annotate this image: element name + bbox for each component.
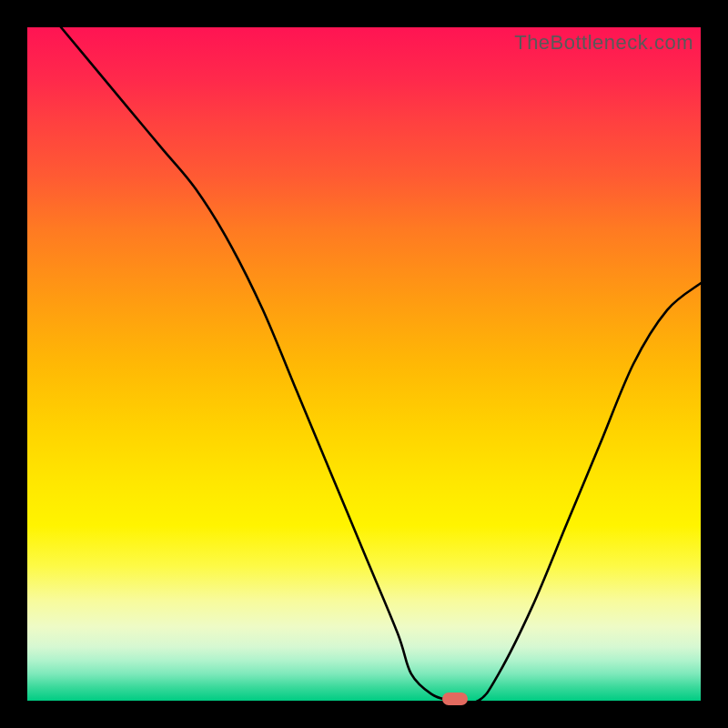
chart-frame: TheBottleneck.com — [0, 0, 728, 728]
optimal-point-marker — [442, 693, 468, 705]
plot-area: TheBottleneck.com — [27, 27, 701, 701]
curve-svg — [27, 27, 701, 701]
watermark-text: TheBottleneck.com — [514, 31, 693, 55]
bottleneck-curve-path — [61, 27, 701, 701]
